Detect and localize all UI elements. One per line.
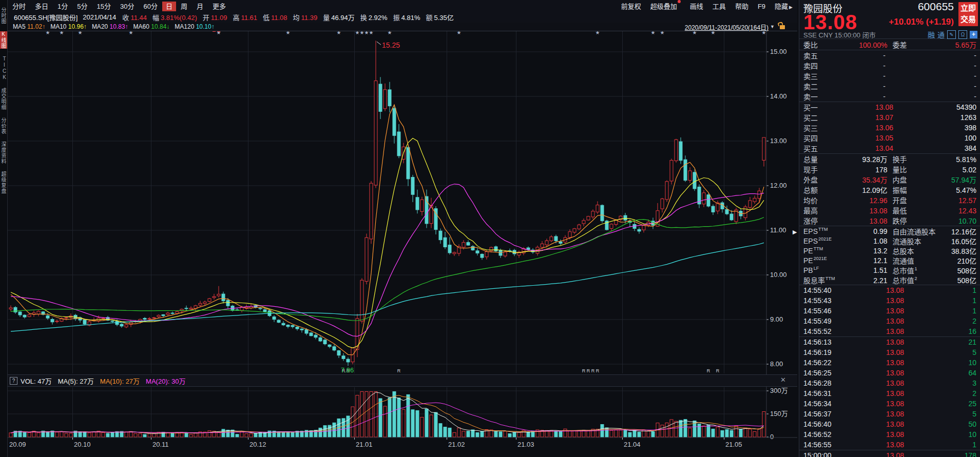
app-window: 15.0014.0013.0012.0011.0010.009.008.0030… — [0, 0, 980, 457]
ask-row[interactable]: 卖三-- — [799, 71, 980, 81]
left-tab-strip: 分时图K线图TICK成交明细分价表深度资料超级复盘 — [0, 0, 8, 457]
svg-text:150万: 150万 — [770, 410, 788, 418]
tick-row: 14:56:2513.0864 — [799, 368, 980, 378]
fund-row: EPS2021E1.08流通股本16.05亿 — [799, 236, 980, 246]
svg-text:15.00: 15.00 — [770, 48, 787, 55]
volume-pane-header: ? VOL: 47万 MA(5): 27万MA(10): 27万MA(20): … — [8, 374, 797, 387]
tick-row: 14:56:5513.081 — [799, 440, 980, 450]
fund-row: PE2021E12.1流通值210亿 — [799, 255, 980, 265]
tick-row: 14:56:3713.085 — [799, 409, 980, 419]
tick-row: 14:56:3113.082 — [799, 388, 980, 399]
period-menu: 分时多日1分5分15分30分60分日周月更多 — [8, 1, 230, 11]
bid-row[interactable]: 买一13.0854390 — [799, 102, 980, 112]
menu-item-5分[interactable]: 5分 — [72, 2, 92, 11]
alert-bell-icon[interactable]: Ω — [958, 30, 967, 39]
tick-row: 15:00:0013.08178 — [799, 450, 980, 457]
stat-row: 均价12.96开盘12.57 — [799, 195, 980, 205]
stock-code: 600655 — [918, 1, 954, 13]
tick-row: 14:55:4613.081 — [799, 306, 980, 316]
trade-now-button[interactable]: 立即交易 — [958, 2, 978, 26]
menu-item-30分[interactable]: 30分 — [116, 2, 139, 11]
tick-row: 14:56:5213.0810 — [799, 429, 980, 440]
menu-item-周[interactable]: 周 — [176, 2, 192, 11]
svg-text:20.11: 20.11 — [152, 441, 169, 448]
left-tab-1[interactable]: 分时图 — [0, 7, 7, 24]
menu-item-多日[interactable]: 多日 — [30, 2, 53, 11]
menu-item-60分[interactable]: 60分 — [139, 2, 162, 11]
left-tab-5[interactable]: 分价表 — [0, 117, 7, 134]
left-tab-6[interactable]: 深度资料 — [0, 142, 7, 164]
ma-legend-bar: MA5 11.02↑MA10 10.96↑MA20 10.83↑MA60 10.… — [8, 23, 797, 31]
stat-row: 现手178量比5.02 — [799, 164, 980, 174]
help-icon[interactable]: ? — [10, 377, 17, 385]
edit-icon[interactable]: ✎ — [947, 30, 956, 39]
tick-row: 14:55:4913.082 — [799, 316, 980, 326]
rights-event-marker: R — [596, 368, 600, 373]
svg-text:21.04: 21.04 — [624, 441, 641, 448]
bid-row[interactable]: 买二13.071263 — [799, 112, 980, 123]
field-振: 振4.81% — [393, 14, 420, 22]
notification-dot — [678, 0, 681, 3]
tick-row: 14:56:1313.0821 — [799, 337, 980, 347]
ask-row[interactable]: 卖四-- — [799, 61, 980, 71]
fundamentals-grid: EPSTTM0.99自由流通股本12.16亿EPS2021E1.08流通股本16… — [799, 226, 980, 285]
date-range-label: 2020/09/11-2021/05/20(164日) — [685, 23, 768, 31]
svg-text:9.00: 9.00 — [770, 315, 783, 323]
add-icon[interactable]: + — [970, 31, 977, 38]
svg-text:21.02: 21.02 — [448, 441, 465, 448]
menu-item-隐藏[interactable]: 隐藏▶ — [770, 2, 797, 11]
field-换: 换2.92% — [360, 14, 388, 22]
menu-item-帮助[interactable]: 帮助 — [731, 2, 753, 11]
left-tab-4[interactable]: 成交明细 — [0, 88, 7, 110]
vol-label: VOL: 47万 — [21, 376, 52, 386]
crosshair-date: 2021/04/14 — [83, 13, 116, 21]
menu-item-更多[interactable]: 更多 — [208, 2, 230, 11]
field-开: 开11.09 — [203, 14, 227, 22]
menu-item-月[interactable]: 月 — [192, 2, 208, 11]
field-额: 额5.35亿 — [426, 14, 454, 22]
field-收: 收11.44 — [122, 14, 147, 22]
menu-item-画线[interactable]: 画线 — [685, 2, 708, 11]
candlestick-chart-canvas[interactable]: 15.0014.0013.0012.0011.0010.009.008.0030… — [0, 0, 799, 457]
left-tab-7[interactable]: 超级复盘 — [0, 171, 7, 194]
menu-item-F9[interactable]: F9 — [753, 2, 770, 11]
quote-icons: 融通✎Ω+ — [928, 29, 977, 39]
left-tab-2[interactable]: K线图 — [0, 31, 7, 49]
menu-item-15分[interactable]: 15分 — [92, 2, 116, 11]
chevron-down-icon: ▼ — [770, 24, 775, 29]
menu-item-前复权[interactable]: 前复权 — [617, 2, 646, 11]
ma-item-MA10: MA10 10.96↑ — [50, 23, 87, 30]
tick-row: 14:56:3413.0825 — [799, 399, 980, 409]
svg-text:12.00: 12.00 — [770, 182, 787, 189]
stat-row: 总量93.28万换手5.81% — [799, 154, 980, 164]
bid-row[interactable]: 买五13.04384 — [799, 143, 980, 153]
ask-row[interactable]: 卖五-- — [799, 50, 980, 61]
vol-ma-label: MA(10): 27万 — [100, 376, 140, 386]
menu-item-分时[interactable]: 分时 — [8, 2, 30, 11]
date-range-selector[interactable]: 2020/09/11-2021/05/20(164日) ▼ — [685, 23, 775, 31]
ask-row[interactable]: 卖一-- — [799, 91, 980, 102]
menu-item-日[interactable]: 日 — [162, 2, 176, 11]
rights-event-marker: R — [582, 368, 586, 373]
fund-row: PBLF1.51总市值1508亿 — [799, 265, 980, 275]
ohlc-fields: 收11.44幅3.81%(0.42)开11.09高11.61低11.08均11.… — [122, 12, 459, 22]
menu-item-1分[interactable]: 1分 — [53, 2, 72, 11]
menu-item-工具[interactable]: 工具 — [708, 2, 731, 11]
quote-panel: 豫园股份 600655 立即交易 13.08 +10.01% (+1.19) S… — [799, 0, 980, 457]
left-tab-3[interactable]: TICK — [0, 56, 7, 81]
ma-item-MA120: MA120 10.10↑ — [175, 23, 214, 30]
symbol-label: 600655.SH[豫园股份] — [14, 12, 78, 22]
unlock-icon[interactable] — [780, 25, 785, 29]
bid-row[interactable]: 买三13.06398 — [799, 123, 980, 133]
ask-row[interactable]: 卖二-- — [799, 81, 980, 91]
menu-item-超级叠加[interactable]: 超级叠加 — [646, 2, 685, 11]
panel-collapse-icon[interactable]: ▶ — [793, 229, 797, 235]
margin-flag-融: 融 — [928, 29, 935, 39]
svg-text:8.00: 8.00 — [770, 360, 783, 368]
vol-ma-label: MA(20): 30万 — [146, 376, 185, 386]
svg-text:21.01: 21.01 — [356, 441, 373, 448]
tick-row: 14:56:1913.085 — [799, 347, 980, 357]
close-icon[interactable]: ✕ — [780, 376, 786, 384]
stat-row: 总额12.09亿振幅5.47% — [799, 185, 980, 195]
bid-row[interactable]: 买四13.05100 — [799, 133, 980, 143]
